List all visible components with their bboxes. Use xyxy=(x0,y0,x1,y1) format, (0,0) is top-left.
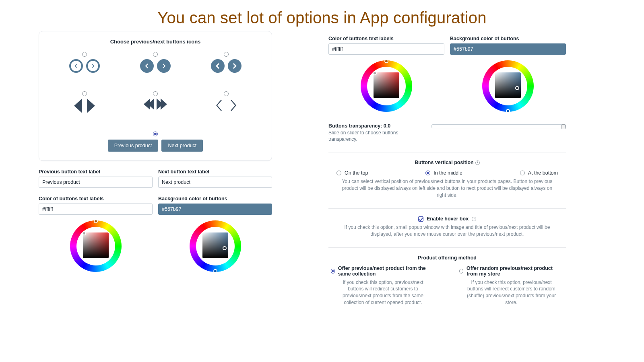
icon-option-3[interactable] xyxy=(211,52,242,73)
bg-color-input[interactable] xyxy=(158,204,272,215)
icon-option-6[interactable] xyxy=(215,91,238,114)
r-bg-color-picker[interactable] xyxy=(482,60,534,112)
hover-box-checkbox[interactable] xyxy=(418,216,423,222)
offer-method-title: Product offering method xyxy=(328,255,566,261)
vpos-option-middle[interactable]: In the middle xyxy=(425,170,462,176)
r-text-color-picker[interactable] xyxy=(361,60,412,112)
radio-offer-random[interactable] xyxy=(459,269,463,274)
chevron-right-circle-icon xyxy=(157,59,171,73)
icon-card-title: Choose previous/next buttons icons xyxy=(47,39,264,45)
icon-option-4[interactable] xyxy=(74,91,95,114)
radio-icon-option-3[interactable] xyxy=(224,52,229,57)
offer-random-label: Offer random previous/next product from … xyxy=(466,265,564,277)
angle-right-icon xyxy=(229,99,238,114)
radio-icon-option-1[interactable] xyxy=(82,52,87,57)
icon-option-5[interactable] xyxy=(144,91,167,114)
text-color-input[interactable] xyxy=(39,204,153,215)
page-title: You can set lot of options in App config… xyxy=(0,0,644,31)
double-triangle-right-icon xyxy=(157,99,167,110)
r-bg-color-input[interactable] xyxy=(450,43,566,55)
previous-button-label-title: Previous button text label xyxy=(39,169,153,175)
chevron-left-circle-icon xyxy=(140,59,154,73)
r-bg-color-label: Background color of buttons xyxy=(450,36,566,41)
vpos-option-top[interactable]: On the top xyxy=(336,170,368,176)
r-text-color-label: Color of buttons text labels xyxy=(328,36,444,41)
radio-icon-option-5[interactable] xyxy=(153,91,158,96)
next-button-label-title: Next button text label xyxy=(158,169,272,175)
offer-random-desc: If you check this option, previous/next … xyxy=(459,279,564,306)
icon-style-card: Choose previous/next buttons icons xyxy=(39,31,272,161)
triangle-right-icon xyxy=(87,99,95,113)
arrow-left-circle-outline-icon xyxy=(69,59,83,73)
offer-same-label: Offer previous/next product from the sam… xyxy=(338,265,435,277)
vertical-position-desc: You can select vertical position of prev… xyxy=(328,178,566,198)
angle-left-icon xyxy=(215,99,223,114)
bg-color-picker[interactable] xyxy=(190,220,241,272)
text-color-picker[interactable] xyxy=(70,220,122,272)
radio-icon-option-4[interactable] xyxy=(82,91,87,96)
radio-vpos-top[interactable] xyxy=(336,171,341,175)
vertical-position-title: Buttons vertical position xyxy=(328,160,566,165)
transparency-slider[interactable] xyxy=(431,124,566,128)
divider xyxy=(328,152,566,152)
triangle-left-icon xyxy=(74,99,82,113)
r-text-color-input[interactable] xyxy=(328,43,444,55)
slider-handle-icon[interactable] xyxy=(561,124,566,129)
double-triangle-left-icon xyxy=(144,99,154,110)
hover-box-label: Enable hover box xyxy=(427,216,469,222)
hover-box-desc: If you check this option, small popup wi… xyxy=(328,224,566,238)
preview-next-button[interactable]: Next product xyxy=(161,140,203,152)
bg-color-label: Background color of buttons xyxy=(158,196,272,202)
offer-same-desc: If you check this option, previous/next … xyxy=(331,279,435,306)
radio-icon-option-2[interactable] xyxy=(153,52,158,57)
text-color-label: Color of buttons text labels xyxy=(39,196,153,202)
preview-previous-button[interactable]: Previous product xyxy=(108,140,159,152)
vpos-option-bottom[interactable]: At the bottom xyxy=(520,170,558,176)
info-icon xyxy=(475,160,480,165)
divider xyxy=(328,247,566,248)
arrow-right-circle-outline-icon xyxy=(86,59,100,73)
radio-vpos-bottom[interactable] xyxy=(520,171,525,175)
divider xyxy=(328,208,566,209)
previous-button-label-input[interactable] xyxy=(39,177,153,188)
radio-icon-option-text-buttons[interactable] xyxy=(153,132,158,136)
radio-vpos-middle[interactable] xyxy=(425,171,430,175)
info-icon: i xyxy=(472,217,476,221)
radio-icon-option-6[interactable] xyxy=(224,91,229,96)
transparency-subtitle: Slide on slider to choose buttons transp… xyxy=(328,130,421,142)
chevron-left-bold-circle-icon xyxy=(211,59,225,73)
icon-option-2[interactable] xyxy=(140,52,171,73)
next-button-label-input[interactable] xyxy=(158,177,272,188)
chevron-right-bold-circle-icon xyxy=(228,59,242,73)
icon-option-1[interactable] xyxy=(69,52,100,73)
radio-offer-same[interactable] xyxy=(331,269,335,274)
transparency-title: Buttons transparency: 0.0 xyxy=(328,123,421,129)
